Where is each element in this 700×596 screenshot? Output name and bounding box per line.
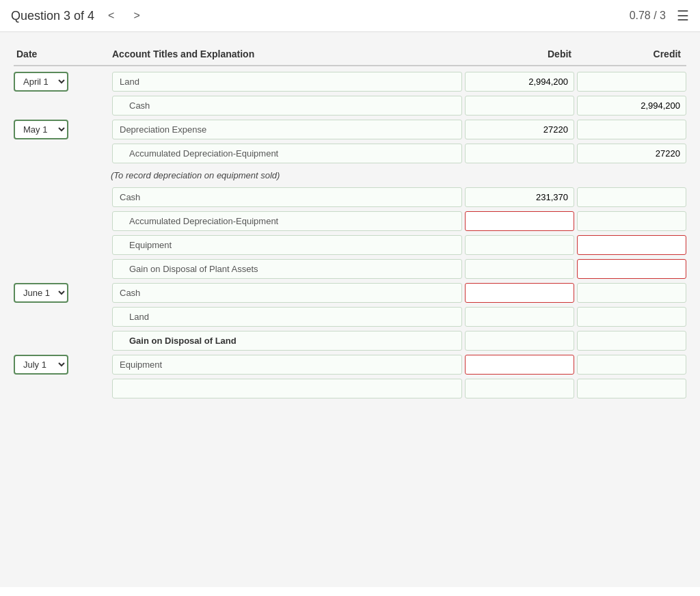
debit-input[interactable] xyxy=(465,96,574,116)
debit-input[interactable] xyxy=(465,331,574,351)
col-account-header: Account Titles and Explanation xyxy=(109,49,468,59)
table-header: Date Account Titles and Explanation Debi… xyxy=(14,43,686,66)
entry-row: April 1 May 1 June 1 July 1 xyxy=(14,355,686,375)
debit-input[interactable] xyxy=(465,72,574,92)
entry-row xyxy=(14,96,686,116)
question-label: Question 3 of 4 xyxy=(11,9,94,23)
account-input[interactable] xyxy=(112,283,462,303)
col-debit-header: Debit xyxy=(468,49,577,59)
main-content: Date Account Titles and Explanation Debi… xyxy=(0,32,700,587)
debit-input[interactable] xyxy=(465,379,574,398)
credit-input[interactable] xyxy=(577,379,686,398)
credit-input[interactable] xyxy=(577,283,686,303)
entry-row xyxy=(14,235,686,255)
entry-row xyxy=(14,187,686,207)
col-date-header: Date xyxy=(14,49,109,59)
entry-july1: April 1 May 1 June 1 July 1 xyxy=(14,355,686,398)
debit-input[interactable] xyxy=(465,235,574,255)
entry-row xyxy=(14,379,686,398)
note-row: (To record depreciation on equipment sol… xyxy=(14,167,686,185)
date-select-may1[interactable]: April 1 May 1 June 1 July 1 xyxy=(14,120,68,139)
date-select-april1[interactable]: April 1 May 1 June 1 July 1 xyxy=(14,72,68,92)
next-button[interactable]: > xyxy=(128,7,145,25)
account-input[interactable] xyxy=(112,72,462,92)
account-input[interactable] xyxy=(112,379,462,398)
credit-input[interactable] xyxy=(577,120,686,139)
date-cell: April 1 May 1 June 1 July 1 xyxy=(14,355,109,375)
entry-row xyxy=(14,307,686,327)
account-input[interactable] xyxy=(112,211,462,231)
menu-icon[interactable]: ☰ xyxy=(677,8,689,24)
entry-row xyxy=(14,331,686,351)
entry-row: April 1 May 1 June 1 July 1 xyxy=(14,283,686,303)
note-text: (To record depreciation on equipment sol… xyxy=(109,167,468,185)
entry-april1: April 1 May 1 June 1 July 1 xyxy=(14,72,686,116)
account-input[interactable] xyxy=(112,259,462,279)
credit-input[interactable] xyxy=(577,211,686,231)
top-bar-right: 0.78 / 3 ☰ xyxy=(630,8,689,24)
account-input[interactable] xyxy=(112,331,462,351)
date-select-june1[interactable]: April 1 May 1 June 1 July 1 xyxy=(14,283,68,303)
account-input[interactable] xyxy=(112,235,462,255)
credit-input[interactable] xyxy=(577,187,686,207)
entry-may1: April 1 May 1 June 1 July 1 (To record d… xyxy=(14,120,686,279)
account-input[interactable] xyxy=(112,120,462,139)
entry-row: April 1 May 1 June 1 July 1 xyxy=(14,72,686,92)
entry-row xyxy=(14,144,686,163)
date-cell: April 1 May 1 June 1 July 1 xyxy=(14,120,109,139)
credit-input[interactable] xyxy=(577,307,686,327)
date-select-july1[interactable]: April 1 May 1 June 1 July 1 xyxy=(14,355,68,375)
debit-input[interactable] xyxy=(465,144,574,163)
entry-june1: April 1 May 1 June 1 July 1 xyxy=(14,283,686,351)
date-cell: April 1 May 1 June 1 July 1 xyxy=(14,72,109,92)
debit-input[interactable] xyxy=(465,355,574,375)
debit-input[interactable] xyxy=(465,211,574,231)
top-bar-left: Question 3 of 4 < > xyxy=(11,7,146,25)
credit-input[interactable] xyxy=(577,235,686,255)
debit-input[interactable] xyxy=(465,307,574,327)
credit-input[interactable] xyxy=(577,259,686,279)
col-credit-header: Credit xyxy=(577,49,686,59)
entry-row xyxy=(14,211,686,231)
account-input[interactable] xyxy=(112,355,462,375)
debit-input[interactable] xyxy=(465,283,574,303)
debit-input[interactable] xyxy=(465,120,574,139)
account-input[interactable] xyxy=(112,187,462,207)
credit-input[interactable] xyxy=(577,144,686,163)
debit-input[interactable] xyxy=(465,187,574,207)
prev-button[interactable]: < xyxy=(103,7,120,25)
credit-input[interactable] xyxy=(577,72,686,92)
account-input[interactable] xyxy=(112,307,462,327)
top-bar: Question 3 of 4 < > 0.78 / 3 ☰ xyxy=(0,0,700,32)
account-input[interactable] xyxy=(112,144,462,163)
score-label: 0.78 / 3 xyxy=(630,10,666,22)
date-cell: April 1 May 1 June 1 July 1 xyxy=(14,283,109,303)
entry-row: April 1 May 1 June 1 July 1 xyxy=(14,120,686,139)
credit-input[interactable] xyxy=(577,355,686,375)
credit-input[interactable] xyxy=(577,96,686,116)
debit-input[interactable] xyxy=(465,259,574,279)
credit-input[interactable] xyxy=(577,331,686,351)
entry-row xyxy=(14,259,686,279)
account-input[interactable] xyxy=(112,96,462,116)
